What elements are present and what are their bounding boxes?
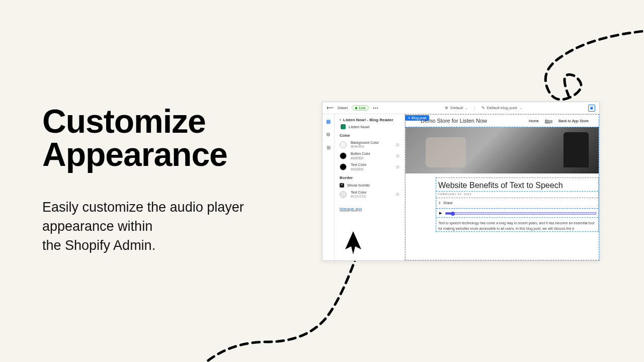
store-name: Demo Store for Listen Now [421,118,487,124]
color-label: Button Color [351,152,370,156]
hero-title: Customize Appearance [42,105,227,171]
sections-icon[interactable]: ▦ [326,118,332,124]
nav-back[interactable]: Back to App Store [558,119,589,123]
more-icon[interactable]: ••• [373,106,378,110]
store-nav: Home Blog Back to App Store [529,119,589,123]
decorative-path-bottom [191,251,418,362]
app-name: Listen Now! [349,125,370,129]
section-badge[interactable]: ≡Blog post [405,115,429,121]
inspector-icon[interactable]: ▣ [588,105,595,112]
checkbox-label: Show border [347,183,370,188]
chevron-down-icon: ⌄ [465,106,468,110]
chevron-down-icon: ⌄ [519,106,522,110]
apps-icon[interactable]: ⊞ [326,144,332,150]
app-icon [341,124,346,129]
color-hex: #F4F4F4 [351,145,379,149]
cursor-arrow-icon [342,230,364,255]
progress-bar[interactable] [445,212,596,215]
button-color-row[interactable]: Button Color #000000 ⊟ [340,152,399,160]
border-color-row[interactable]: Text Color #CCCCCC ⊟ [340,191,399,199]
share-icon: ↥ [438,201,441,205]
edit-icon: ✎ [481,106,485,110]
manage-app-link[interactable]: Manage app [340,207,362,211]
theme-name: Dawn [338,106,348,110]
device-icon: ⊕ [445,106,448,110]
color-swatch[interactable] [340,152,347,159]
article-content: Website Benefits of Text to Speech Febru… [436,177,599,232]
text-color-row[interactable]: Text Color #000000 ⊟ [340,163,399,171]
hero-desc-line3: the Shopify Admin. [42,236,244,255]
color-hex: #000000 [351,156,370,160]
template-selector[interactable]: ⊕ Default ⌄ [445,106,468,110]
app-row[interactable]: Listen Now! [340,124,399,129]
exit-icon[interactable]: ⟵ [327,105,334,111]
row-action-icon[interactable]: ⊟ [396,154,399,158]
editor-topbar: ⟵ Dawn Live ••• ⊕ Default ⌄ | ✎ Default … [323,102,599,114]
play-icon[interactable]: ▶ [438,211,442,215]
nav-blog[interactable]: Blog [545,119,552,123]
show-border-checkbox[interactable]: Show border [340,183,399,188]
settings-icon[interactable]: ⚙ [326,131,332,137]
color-swatch[interactable] [340,163,347,170]
sidebar-rail: ▦ ⚙ ⊞ [323,114,335,260]
checkbox-icon[interactable] [340,183,344,188]
row-action-icon[interactable]: ⊟ [396,165,399,169]
bg-color-row[interactable]: Background Color #F4F4F4 ⊟ [340,141,399,149]
border-section-label: Border [340,175,399,180]
color-label: Background Color [351,141,379,145]
color-swatch[interactable] [340,191,347,198]
audio-player[interactable]: ▶ [436,209,598,218]
hero-desc-line1: Easily customize the audio player [42,198,244,217]
color-label: Text Color [351,163,367,167]
hero-title-line2: Appearance [42,138,227,171]
hero-desc-line2: appearance within [42,217,244,236]
panel-header[interactable]: ‹ Listen Now! - Blog Reader [340,117,399,122]
article-title: Website Benefits of Text to Speech [436,178,598,192]
color-hex: #000000 [351,167,367,171]
hero-description: Easily customize the audio player appear… [42,198,244,255]
store-header: Demo Store for Listen Now Home Blog Back… [406,115,599,127]
preview-pane: ≡Blog post Demo Store for Listen Now Hom… [405,114,599,260]
article-body: Text to speech technology has come a lon… [436,218,598,231]
color-hex: #CCCCCC [351,195,367,199]
back-icon[interactable]: ‹ [340,117,341,122]
share-row[interactable]: ↥ Share [436,198,598,209]
article-date: February 24, 2023 [436,192,598,198]
panel-title: Listen Now! - Blog Reader [343,118,393,122]
color-section-label: Color [340,133,399,138]
live-badge: Live [352,105,369,111]
nav-home[interactable]: Home [529,119,539,123]
row-action-icon[interactable]: ⊟ [396,143,399,147]
page-selector[interactable]: ✎ Default blog post ⌄ [481,106,522,110]
color-label: Text Color [351,191,367,195]
color-swatch[interactable] [340,141,347,148]
hero-title-line1: Customize [42,105,227,138]
row-action-icon[interactable]: ⊟ [396,192,399,197]
article-hero-image [406,127,599,173]
